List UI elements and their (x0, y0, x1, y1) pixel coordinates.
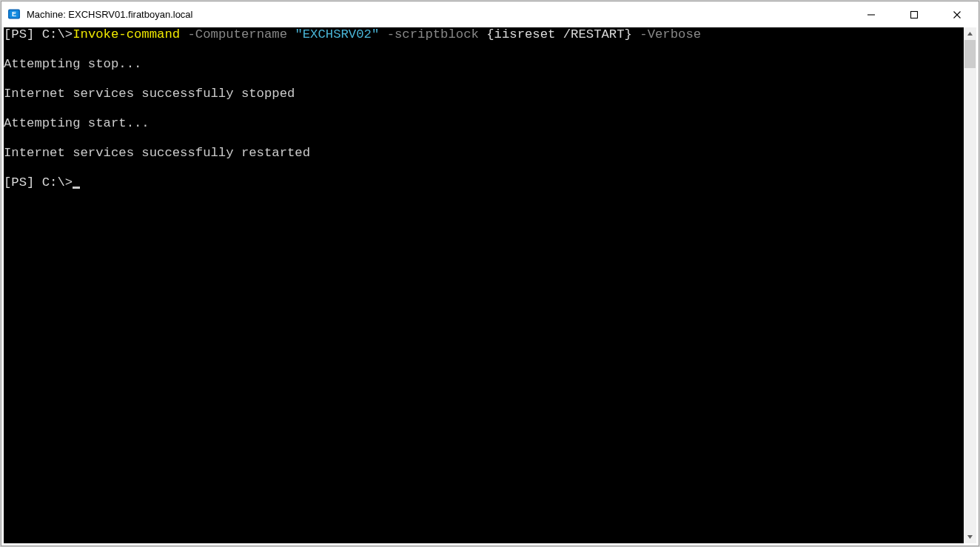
scroll-thumb[interactable] (964, 40, 976, 68)
prompt-line: [PS] C:\> (4, 175, 964, 190)
param-computername: -Computername (187, 27, 287, 41)
ps-prompt: [PS] C:\> (4, 175, 73, 189)
brace-open: { (486, 27, 494, 41)
blank-line (4, 72, 964, 87)
svg-text:E: E (12, 10, 16, 18)
cursor-icon (73, 187, 80, 189)
output-line: Internet services successfully restarted (4, 146, 964, 161)
blank-line (4, 42, 964, 57)
titlebar[interactable]: E Machine: EXCHSRV01.firatboyan.local (1, 1, 979, 27)
console-window: E Machine: EXCHSRV01.firatboyan.local [P… (1, 1, 979, 546)
cmdlet-name: Invoke-command (73, 27, 180, 41)
output-line: Attempting start... (4, 116, 964, 131)
scroll-track[interactable] (964, 40, 976, 531)
vertical-scrollbar[interactable] (964, 27, 976, 543)
svg-marker-7 (967, 32, 973, 36)
param-verbose: -Verbose (640, 27, 701, 41)
svg-rect-4 (911, 11, 918, 18)
maximize-button[interactable] (893, 1, 936, 27)
command-line: [PS] C:\>Invoke-command -Computername "E… (4, 27, 964, 42)
close-button[interactable] (936, 1, 979, 27)
ps-prompt: [PS] C:\> (4, 27, 73, 41)
scroll-down-button[interactable] (964, 531, 976, 543)
output-line: Internet services successfully stopped (4, 87, 964, 101)
svg-marker-8 (967, 535, 973, 539)
blank-line (4, 101, 964, 116)
exchange-shell-icon: E (7, 7, 21, 21)
blank-line (4, 161, 964, 175)
terminal-output[interactable]: [PS] C:\>Invoke-command -Computername "E… (4, 27, 964, 543)
minimize-button[interactable] (850, 1, 893, 27)
scroll-up-button[interactable] (964, 27, 976, 40)
brace-close: } (625, 27, 632, 41)
window-controls (850, 1, 979, 27)
scriptblock-body: iisreset /RESTART (494, 27, 625, 41)
arg-computername: "EXCHSRV02" (295, 27, 379, 41)
blank-line (4, 131, 964, 146)
output-line: Attempting stop... (4, 57, 964, 72)
client-area: [PS] C:\>Invoke-command -Computername "E… (4, 27, 976, 543)
window-title: Machine: EXCHSRV01.firatboyan.local (27, 9, 193, 20)
param-scriptblock: -scriptblock (387, 27, 479, 41)
